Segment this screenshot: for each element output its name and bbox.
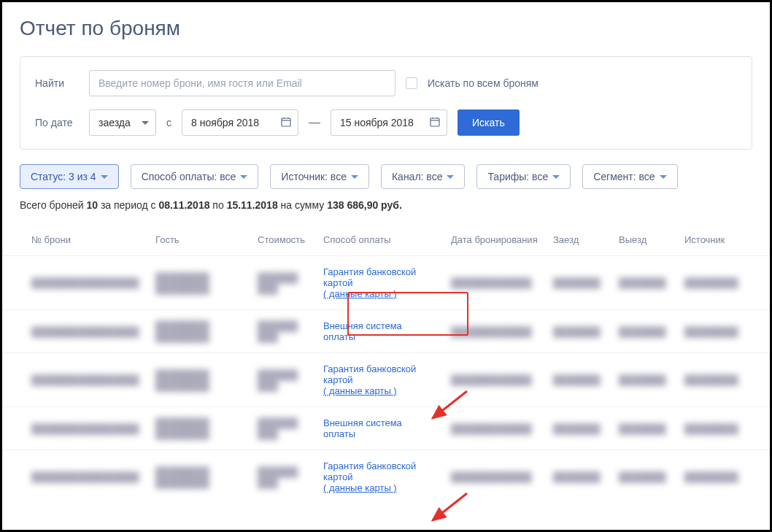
cell-checkout: ███████ bbox=[611, 407, 677, 450]
search-panel: Найти Искать по всем броням По дате заез… bbox=[20, 56, 752, 150]
cell-cost: █████████ bbox=[250, 256, 316, 310]
payment-method-text: Гарантия банковской картой bbox=[323, 363, 436, 385]
by-date-label: По дате bbox=[35, 117, 79, 128]
cell-booking-date: ████████████ bbox=[444, 256, 546, 310]
summary-text: Всего броней 10 за период с 08.11.2018 п… bbox=[20, 199, 752, 211]
find-label: Найти bbox=[35, 77, 79, 89]
table-row[interactable]: ████████████████████████████████████████… bbox=[2, 256, 770, 310]
cell-booking-date: ████████████ bbox=[444, 310, 546, 353]
col-cost: Стоимость bbox=[250, 224, 316, 256]
card-data-link[interactable]: ( данные карты ) bbox=[323, 288, 397, 299]
col-number: № брони bbox=[2, 224, 148, 256]
cell-payment: Гарантия банковской картой ( данные карт… bbox=[316, 450, 444, 504]
from-label: с bbox=[166, 117, 171, 128]
col-payment: Способ оплаты bbox=[316, 224, 444, 256]
chevron-down-icon bbox=[240, 175, 247, 179]
date-to-input[interactable] bbox=[331, 109, 447, 136]
cell-booking-date: ████████████ bbox=[444, 407, 546, 450]
cell-guest: ████████████████ bbox=[148, 256, 250, 310]
cell-source: ████████ bbox=[677, 407, 770, 450]
cell-checkin: ███████ bbox=[546, 353, 611, 407]
filter-channel[interactable]: Канал: все bbox=[381, 164, 465, 189]
cell-checkout: ███████ bbox=[611, 450, 677, 504]
cell-number: ████████████████ bbox=[2, 450, 148, 504]
col-checkin: Заезд bbox=[546, 224, 611, 256]
cell-payment: Гарантия банковской картой ( данные карт… bbox=[316, 256, 444, 310]
bookings-table: № брони Гость Стоимость Способ оплаты Да… bbox=[2, 224, 770, 504]
chevron-down-icon bbox=[552, 175, 560, 179]
col-source: Источник bbox=[677, 224, 770, 256]
cell-source: ████████ bbox=[677, 353, 770, 407]
bookings-table-wrap: № брони Гость Стоимость Способ оплаты Да… bbox=[2, 224, 770, 504]
card-data-link[interactable]: ( данные карты ) bbox=[323, 385, 397, 396]
cell-cost: █████████ bbox=[250, 450, 316, 504]
payment-method-text: Гарантия банковской картой bbox=[323, 460, 436, 482]
cell-source: ████████ bbox=[677, 256, 770, 310]
table-row[interactable]: ████████████████████████████████████████… bbox=[2, 450, 770, 504]
cell-guest: ████████████████ bbox=[148, 450, 250, 504]
all-bookings-label: Искать по всем броням bbox=[428, 77, 539, 89]
cell-booking-date: ████████████ bbox=[444, 353, 546, 407]
chevron-down-icon bbox=[101, 175, 108, 179]
filter-status[interactable]: Статус: 3 из 4 bbox=[20, 164, 119, 189]
chevron-down-icon bbox=[351, 175, 358, 179]
chevron-down-icon bbox=[447, 175, 454, 179]
col-booking-date: Дата бронирования bbox=[444, 224, 546, 256]
cell-source: ████████ bbox=[677, 310, 770, 353]
table-row[interactable]: ████████████████████████████████████████… bbox=[2, 353, 770, 407]
date-dash: — bbox=[309, 116, 320, 129]
filter-tariffs[interactable]: Тарифы: все bbox=[476, 164, 571, 189]
cell-checkin: ███████ bbox=[546, 310, 611, 353]
cell-payment: Гарантия банковской картой ( данные карт… bbox=[316, 353, 444, 407]
cell-number: ████████████████ bbox=[2, 353, 148, 407]
cell-checkout: ███████ bbox=[611, 353, 677, 407]
filter-payment[interactable]: Способ оплаты: все bbox=[131, 164, 259, 189]
date-from-wrap bbox=[182, 109, 298, 136]
payment-method-text: Внешняя система оплаты bbox=[323, 417, 436, 439]
page-title: Отчет по броням bbox=[20, 17, 752, 40]
cell-checkin: ███████ bbox=[546, 407, 611, 450]
cell-number: ████████████████ bbox=[2, 256, 148, 310]
filter-segment[interactable]: Сегмент: все bbox=[582, 164, 677, 189]
cell-guest: ████████████████ bbox=[148, 407, 250, 450]
date-from-input[interactable] bbox=[182, 109, 298, 136]
cell-payment: Внешняя система оплаты bbox=[316, 407, 444, 450]
chevron-down-icon bbox=[660, 175, 667, 179]
search-button[interactable]: Искать bbox=[458, 109, 520, 136]
cell-checkin: ███████ bbox=[546, 256, 611, 310]
cell-guest: ████████████████ bbox=[148, 310, 250, 353]
cell-number: ████████████████ bbox=[2, 407, 148, 450]
cell-checkout: ███████ bbox=[611, 256, 677, 310]
col-checkout: Выезд bbox=[611, 224, 677, 256]
date-type-select[interactable]: заезда bbox=[89, 109, 156, 136]
table-row[interactable]: ████████████████████████████████████████… bbox=[2, 407, 770, 450]
cell-cost: █████████ bbox=[250, 407, 316, 450]
cell-booking-date: ████████████ bbox=[444, 450, 546, 504]
cell-source: ████████ bbox=[677, 450, 770, 504]
card-data-link[interactable]: ( данные карты ) bbox=[323, 482, 397, 493]
payment-method-text: Внешняя система оплаты bbox=[323, 320, 436, 342]
all-bookings-checkbox[interactable] bbox=[406, 77, 417, 89]
cell-cost: █████████ bbox=[250, 310, 316, 353]
cell-payment: Внешняя система оплаты bbox=[316, 310, 444, 353]
filters-row: Статус: 3 из 4 Способ оплаты: все Источн… bbox=[20, 164, 752, 189]
table-row[interactable]: ████████████████████████████████████████… bbox=[2, 310, 770, 353]
cell-cost: █████████ bbox=[250, 353, 316, 407]
filter-source[interactable]: Источник: все bbox=[270, 164, 369, 189]
cell-guest: ████████████████ bbox=[148, 353, 250, 407]
cell-checkin: ███████ bbox=[546, 450, 611, 504]
search-input[interactable] bbox=[89, 70, 395, 96]
col-guest: Гость bbox=[148, 224, 250, 256]
cell-checkout: ███████ bbox=[611, 310, 677, 353]
cell-number: ████████████████ bbox=[2, 310, 148, 353]
date-to-wrap bbox=[331, 109, 447, 136]
payment-method-text: Гарантия банковской картой bbox=[323, 266, 436, 288]
